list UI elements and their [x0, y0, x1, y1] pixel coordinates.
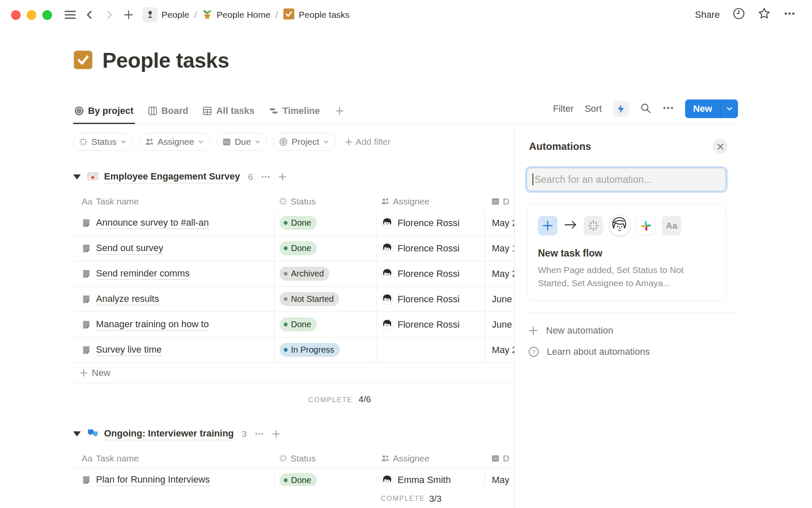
column-header-status[interactable]: Status: [274, 453, 376, 464]
automation-card-new-task-flow[interactable]: Aa New task flow When Page added, Set St…: [527, 204, 726, 301]
breadcrumb-item-people-home[interactable]: People Home: [202, 8, 270, 22]
group-add-icon[interactable]: [272, 430, 280, 438]
breadcrumb-item-people[interactable]: People: [143, 7, 189, 22]
column-label: Task name: [96, 453, 139, 464]
table-row[interactable]: Plan for Running Interviews Done Emma Sm…: [73, 467, 514, 486]
status-pill[interactable]: Done: [280, 216, 317, 230]
breadcrumb-item-people-tasks[interactable]: People tasks: [283, 8, 349, 22]
close-icon[interactable]: [713, 139, 728, 154]
window-titlebar: People / People Home / People tasks Shar…: [0, 0, 812, 30]
table-row[interactable]: Send reminder comms Archived Florence Ro…: [73, 261, 514, 287]
automation-search-input[interactable]: Search for an automation...: [527, 168, 726, 191]
new-tab-icon[interactable]: [121, 7, 137, 23]
new-button-dropdown-icon[interactable]: [720, 99, 738, 118]
assignee-name[interactable]: Florence Rossi: [398, 243, 460, 254]
status-pill[interactable]: Done: [280, 473, 317, 486]
breadcrumb-label: People Home: [217, 10, 270, 20]
collapse-triangle-icon[interactable]: [73, 431, 81, 436]
tab-board[interactable]: Board: [147, 102, 190, 124]
table-row[interactable]: Announce survey to #all-an Done Florence…: [73, 210, 514, 236]
filter-button[interactable]: Filter: [553, 103, 574, 114]
complete-label: COMPLETE: [381, 495, 425, 502]
assignee-name[interactable]: Florence Rossi: [398, 218, 460, 229]
table-row[interactable]: Send out survey Done Florence Rossi May …: [73, 236, 514, 261]
task-name[interactable]: Plan for Running Interviews: [96, 474, 210, 486]
assignee-name[interactable]: Florence Rossi: [398, 294, 460, 305]
group-add-icon[interactable]: [278, 173, 287, 181]
automation-description: When Page added, Set Status to Not Start…: [538, 263, 708, 290]
table-row[interactable]: Survey live time In Progress May 2: [73, 337, 514, 363]
page-header: People tasks: [73, 47, 738, 75]
task-name[interactable]: Survey live time: [96, 344, 162, 356]
learn-about-automations-link[interactable]: ? Learn about automations: [528, 346, 738, 357]
minimize-window-button[interactable]: [27, 10, 36, 20]
automations-lightning-icon[interactable]: [613, 101, 629, 117]
task-name[interactable]: Send out survey: [96, 243, 163, 254]
share-button[interactable]: Share: [695, 9, 720, 20]
group-more-icon[interactable]: [255, 429, 264, 439]
zoom-window-button[interactable]: [42, 10, 52, 20]
avatar: [381, 268, 393, 279]
status-pill[interactable]: In Progress: [280, 343, 340, 357]
sort-button[interactable]: Sort: [584, 103, 601, 114]
column-header-task-name[interactable]: Aa Task name: [73, 196, 274, 207]
new-button[interactable]: New: [685, 99, 720, 118]
updates-clock-icon[interactable]: [732, 7, 745, 22]
back-icon[interactable]: [82, 7, 98, 23]
forward-icon[interactable]: [101, 7, 117, 23]
status-dot: [284, 221, 288, 225]
sidebar-menu-icon[interactable]: [62, 7, 78, 23]
avatar: [381, 217, 393, 229]
search-icon[interactable]: [640, 102, 651, 116]
column-header-due[interactable]: D: [485, 196, 514, 207]
task-name[interactable]: Send reminder comms: [96, 268, 189, 280]
favorite-star-icon[interactable]: [758, 7, 771, 22]
automations-panel-title: Automations: [529, 141, 591, 152]
table-row[interactable]: Manager training on how to Done Florence…: [73, 312, 514, 337]
learn-label: Learn about automations: [547, 346, 650, 357]
add-filter-button[interactable]: Add filter: [345, 137, 391, 147]
filter-chip-project[interactable]: Project: [273, 133, 335, 151]
tab-label: By project: [88, 105, 134, 116]
table-row[interactable]: Analyze results Not Started Florence Ros…: [73, 287, 514, 312]
assignee-empty-cell[interactable]: [376, 337, 485, 362]
column-header-assignee[interactable]: Assignee: [376, 196, 485, 207]
task-name[interactable]: Manager training on how to: [96, 319, 209, 331]
filter-chip-due[interactable]: Due: [217, 133, 268, 151]
new-row-button[interactable]: New: [73, 363, 514, 383]
page-checkbox-icon[interactable]: [73, 50, 93, 72]
task-name[interactable]: Analyze results: [96, 293, 159, 305]
collapse-triangle-icon[interactable]: [73, 174, 81, 179]
group-title[interactable]: Ongoing: Interviewer training: [104, 428, 234, 440]
view-options-icon[interactable]: [662, 102, 674, 116]
status-pill[interactable]: Done: [280, 241, 317, 255]
assignee-name[interactable]: Florence Rossi: [398, 268, 460, 279]
status-pill[interactable]: Done: [280, 318, 317, 331]
column-header-due[interactable]: D: [485, 453, 514, 464]
group-count: 3: [242, 429, 247, 439]
tab-label: All tasks: [216, 105, 255, 116]
task-name[interactable]: Announce survey to #all-an: [96, 217, 209, 229]
status-pill[interactable]: Archived: [280, 267, 329, 281]
group-title[interactable]: Employee Engagement Survey: [104, 171, 240, 183]
column-label: Assignee: [393, 196, 429, 207]
tab-all-tasks[interactable]: All tasks: [201, 102, 256, 124]
status-pill[interactable]: Not Started: [280, 292, 339, 306]
tab-by-project[interactable]: By project: [73, 102, 135, 124]
assignee-name[interactable]: Emma Smith: [398, 475, 451, 486]
speech-bubbles-icon: [87, 428, 99, 441]
add-view-icon[interactable]: [334, 102, 345, 124]
new-automation-button[interactable]: New automation: [528, 325, 738, 336]
tab-timeline[interactable]: Timeline: [268, 102, 321, 124]
assignee-name[interactable]: Florence Rossi: [398, 319, 460, 330]
filter-chip-status[interactable]: Status: [73, 133, 133, 151]
breadcrumb-label: People: [162, 10, 189, 20]
column-header-assignee[interactable]: Assignee: [376, 453, 485, 464]
filter-chip-assignee[interactable]: Assignee: [139, 133, 211, 151]
column-header-task-name[interactable]: Aa Task name: [73, 453, 274, 464]
close-window-button[interactable]: [11, 10, 21, 20]
column-header-status[interactable]: Status: [274, 196, 376, 207]
group-more-icon[interactable]: [261, 172, 270, 182]
more-options-icon[interactable]: [783, 7, 796, 22]
column-label: D: [503, 453, 509, 464]
